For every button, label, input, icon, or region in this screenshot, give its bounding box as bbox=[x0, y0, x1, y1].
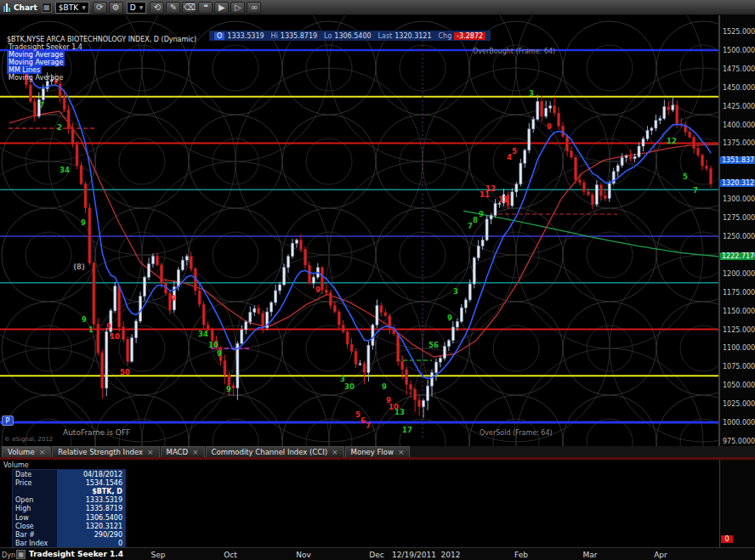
interval-select[interactable]: D ▼ bbox=[127, 2, 147, 14]
signal-label: 9 bbox=[217, 349, 222, 358]
status-mode: Dyn bbox=[2, 552, 15, 559]
symbol-select[interactable]: $BTK ▼ bbox=[55, 2, 89, 14]
data-window-row: Bar Index0 bbox=[13, 540, 125, 548]
data-window-value: 1333.5319 bbox=[57, 496, 125, 505]
tab-macd[interactable]: MACD× bbox=[161, 446, 205, 457]
p-button[interactable]: P bbox=[2, 416, 14, 426]
step-icon[interactable]: ▷ bbox=[230, 2, 245, 14]
status-study-name: Tradesight Seeker 1.4 bbox=[29, 550, 123, 558]
signal-label: 56 bbox=[429, 341, 439, 349]
note-icon[interactable]: ❝ bbox=[198, 2, 213, 14]
layout-badge-icon[interactable]: ▦ bbox=[42, 3, 52, 13]
rotate-icon[interactable]: ⟲ bbox=[150, 2, 164, 14]
time-axis-label: Feb bbox=[514, 551, 528, 559]
data-window-row: High1335.8719 bbox=[13, 505, 125, 513]
price-axis-label: 975.0000 bbox=[723, 438, 755, 445]
ohlc-value: -3.2872 bbox=[454, 32, 485, 40]
ohlc-item: Chg-3.2872 bbox=[439, 32, 486, 40]
close-icon[interactable]: × bbox=[192, 448, 199, 456]
signal-label: 17 bbox=[402, 426, 412, 434]
data-window-field: Low bbox=[13, 513, 57, 522]
chevron-down-icon: ▼ bbox=[82, 4, 86, 10]
signal-label: 9 bbox=[106, 322, 111, 331]
signal-label: 9 bbox=[382, 382, 387, 391]
signal-label: 9 bbox=[479, 210, 484, 218]
data-window-value: 1534.1546 bbox=[57, 478, 125, 487]
eraser-icon[interactable]: ⌫ bbox=[182, 2, 196, 14]
price-axis-label: 1150.0000 bbox=[723, 308, 755, 315]
tab-commodity-channel-index-cci-[interactable]: Commodity Channel Index (CCI)× bbox=[206, 446, 344, 457]
tab-label: MACD bbox=[167, 448, 188, 456]
autoframe-status: AutoFrame is OFF bbox=[63, 428, 130, 437]
data-window-field: High bbox=[13, 505, 57, 513]
signal-label: (8) bbox=[73, 263, 85, 271]
chart-pane: 72349(8)91910509341099933056799101317569… bbox=[0, 15, 719, 446]
signal-label: 10 bbox=[110, 332, 120, 341]
study-label[interactable]: Moving Average bbox=[7, 51, 65, 59]
chart-app-icon bbox=[3, 3, 10, 12]
ohlc-value: 1333.5319 bbox=[227, 32, 264, 40]
data-window-value: 1306.5400 bbox=[57, 513, 125, 522]
signal-label: 10 bbox=[208, 341, 219, 349]
symbol-value: $BTK bbox=[59, 3, 78, 12]
signal-label: 34 bbox=[60, 166, 70, 174]
close-icon[interactable]: × bbox=[147, 448, 154, 456]
tab-money-flow[interactable]: Money Flow× bbox=[345, 446, 411, 457]
price-axis[interactable]: 1525.00001500.00001475.00001450.00001425… bbox=[719, 15, 755, 446]
signal-label: 7 bbox=[39, 101, 44, 110]
volume-pane[interactable]: Volume Date04/18/2012Price1534.1546$BTK,… bbox=[0, 460, 719, 547]
chevron-down-icon: ▼ bbox=[139, 4, 144, 10]
refresh-icon[interactable]: ⟳ bbox=[93, 2, 107, 14]
data-window-row: Close1320.3121 bbox=[13, 522, 125, 530]
play-icon[interactable]: ▶ bbox=[214, 2, 229, 14]
time-axis-label: Mar bbox=[583, 551, 598, 559]
ohlc-label: Lo bbox=[324, 32, 332, 40]
signal-label: 9 bbox=[171, 294, 176, 303]
signal-label: 5 bbox=[512, 147, 517, 156]
data-window-row: Price1534.1546 bbox=[13, 478, 125, 487]
price-axis-label: 1500.0000 bbox=[723, 47, 755, 54]
study-label[interactable]: MM Lines bbox=[7, 66, 42, 74]
study-label[interactable]: Moving Average bbox=[7, 59, 65, 66]
close-icon[interactable]: × bbox=[332, 448, 338, 456]
ohlc-item: Lo1306.5400 bbox=[324, 32, 371, 40]
price-badge: 1222.7170 bbox=[720, 252, 755, 260]
toolbar: Chart ▦ $BTK ▼ ⟳⚙ D ▼ ⟲✎⌫❝▶▷∞ bbox=[0, 0, 755, 15]
toolbar-icon-group-2: ⟲✎⌫❝▶▷∞ bbox=[150, 2, 261, 14]
ohlc-item: Last1320.3121 bbox=[378, 32, 432, 40]
price-axis-label: 1200.0000 bbox=[723, 270, 755, 278]
price-axis-label: 1000.0000 bbox=[723, 419, 755, 427]
volume-axis: 0 bbox=[719, 460, 755, 547]
ohlc-label: Chg bbox=[439, 32, 452, 40]
price-axis-label: 1475.0000 bbox=[723, 65, 755, 73]
signal-label: 12 bbox=[485, 184, 496, 193]
tab-volume[interactable]: Volume× bbox=[2, 446, 51, 457]
chart-title: $BTK,NYSE ARCA BIOTECHNOLOGY INDEX, D (D… bbox=[7, 36, 196, 43]
time-axis[interactable]: Dyn ▦ Tradesight Seeker 1.4 SepOctNovDec… bbox=[0, 547, 755, 560]
data-window-row: Date04/18/2012 bbox=[13, 470, 125, 478]
data-window: Date04/18/2012Price1534.1546$BTK, DOpen1… bbox=[12, 469, 126, 547]
link-icon[interactable]: ∞ bbox=[247, 2, 261, 14]
tab-label: Money Flow bbox=[351, 448, 394, 456]
study-label[interactable]: Moving Average bbox=[7, 74, 65, 82]
data-window-field: Bar # bbox=[13, 530, 57, 539]
time-axis-label: Apr bbox=[654, 551, 667, 559]
signal-label: 9 bbox=[81, 218, 86, 227]
price-axis-label: 1250.0000 bbox=[723, 233, 755, 240]
data-window-field: Bar Index bbox=[13, 540, 57, 548]
overbought-label: OverBought (Frame: 64) bbox=[473, 48, 555, 55]
price-badge: 1320.3121 bbox=[720, 179, 755, 187]
data-window-rows: Date04/18/2012Price1534.1546$BTK, DOpen1… bbox=[13, 470, 125, 547]
study-label[interactable]: Tradesight Seeker 1.4 bbox=[7, 43, 84, 51]
data-window-row: Open1333.5319 bbox=[13, 496, 125, 505]
ohlc-item: O1333.5319 bbox=[214, 32, 264, 40]
pencil-icon[interactable]: ✎ bbox=[166, 2, 180, 14]
close-icon[interactable]: × bbox=[39, 448, 46, 456]
data-window-field: Date bbox=[13, 470, 57, 478]
app-label: Chart bbox=[14, 3, 37, 12]
indicator-tabs: Volume×Relative Strength Index×MACD×Comm… bbox=[0, 446, 755, 457]
settings-icon[interactable]: ⚙ bbox=[109, 2, 123, 14]
status-grid-icon[interactable]: ▦ bbox=[16, 550, 26, 559]
close-icon[interactable]: × bbox=[398, 448, 405, 456]
tab-relative-strength-index[interactable]: Relative Strength Index× bbox=[52, 446, 159, 457]
